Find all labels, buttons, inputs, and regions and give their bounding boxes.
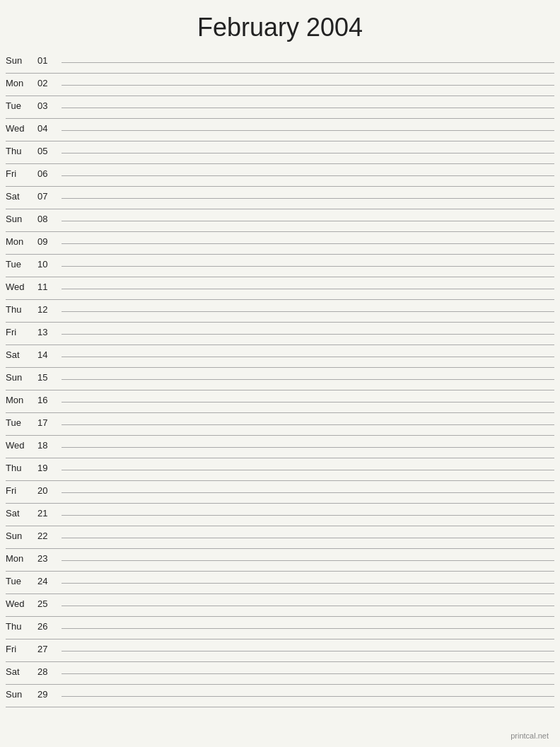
day-number: 12 bbox=[37, 303, 59, 315]
day-line bbox=[62, 221, 554, 221]
day-name: Wed bbox=[6, 439, 37, 451]
day-name: Thu bbox=[6, 461, 37, 473]
day-number: 23 bbox=[37, 552, 59, 564]
day-name: Tue bbox=[6, 257, 37, 270]
day-row: Tue17 bbox=[6, 413, 554, 436]
day-number: 24 bbox=[37, 574, 59, 586]
day-row: Sat21 bbox=[6, 504, 554, 526]
day-line bbox=[62, 266, 554, 267]
day-line bbox=[62, 696, 554, 697]
page-title: February 2004 bbox=[0, 0, 560, 51]
day-row: Mon16 bbox=[6, 390, 554, 413]
day-line bbox=[62, 130, 554, 131]
day-name: Mon bbox=[6, 552, 37, 564]
footer-url: printcal.net bbox=[511, 731, 549, 740]
day-number: 02 bbox=[37, 76, 59, 88]
day-row: Mon23 bbox=[6, 549, 554, 572]
day-row: Sun22 bbox=[6, 526, 554, 549]
day-number: 09 bbox=[37, 235, 59, 247]
day-name: Thu bbox=[6, 620, 37, 632]
day-line bbox=[62, 673, 554, 674]
day-number: 16 bbox=[37, 393, 59, 405]
day-row: Sun01 bbox=[6, 51, 554, 74]
day-name: Wed bbox=[6, 122, 37, 134]
day-number: 05 bbox=[37, 144, 59, 156]
day-name: Fri bbox=[6, 642, 37, 654]
day-line bbox=[62, 198, 554, 199]
day-row: Wed25 bbox=[6, 594, 554, 617]
day-row: Wed18 bbox=[6, 436, 554, 458]
day-line bbox=[62, 311, 554, 312]
day-line bbox=[62, 606, 554, 606]
day-line bbox=[62, 651, 554, 652]
day-line bbox=[62, 334, 554, 335]
day-number: 21 bbox=[37, 506, 59, 519]
day-name: Sun bbox=[6, 54, 37, 66]
day-name: Sat bbox=[6, 665, 37, 677]
day-line bbox=[62, 583, 554, 584]
day-number: 13 bbox=[37, 325, 59, 337]
day-line bbox=[62, 243, 554, 244]
day-line bbox=[62, 379, 554, 380]
day-name: Sat bbox=[6, 190, 37, 202]
day-name: Sun bbox=[6, 371, 37, 383]
day-number: 29 bbox=[37, 688, 59, 700]
day-name: Mon bbox=[6, 235, 37, 247]
day-number: 15 bbox=[37, 371, 59, 383]
day-line bbox=[62, 108, 554, 108]
day-row: Mon09 bbox=[6, 232, 554, 255]
day-name: Wed bbox=[6, 597, 37, 609]
day-row: Thu12 bbox=[6, 300, 554, 323]
day-name: Thu bbox=[6, 303, 37, 315]
day-number: 11 bbox=[37, 280, 59, 292]
day-row: Fri20 bbox=[6, 481, 554, 504]
day-line bbox=[62, 289, 554, 289]
day-row: Thu05 bbox=[6, 141, 554, 164]
day-number: 27 bbox=[37, 642, 59, 654]
day-number: 18 bbox=[37, 439, 59, 451]
day-number: 06 bbox=[37, 167, 59, 179]
day-line bbox=[62, 85, 554, 86]
day-line bbox=[62, 424, 554, 425]
day-name: Tue bbox=[6, 416, 37, 428]
day-row: Thu26 bbox=[6, 617, 554, 639]
day-name: Mon bbox=[6, 393, 37, 405]
day-name: Sat bbox=[6, 348, 37, 360]
day-row: Fri27 bbox=[6, 639, 554, 662]
day-row: Wed04 bbox=[6, 119, 554, 141]
day-row: Sun29 bbox=[6, 685, 554, 707]
day-line bbox=[62, 515, 554, 516]
day-line bbox=[62, 447, 554, 448]
day-number: 08 bbox=[37, 212, 59, 224]
day-name: Fri bbox=[6, 325, 37, 337]
day-row: Mon02 bbox=[6, 74, 554, 96]
day-number: 14 bbox=[37, 348, 59, 360]
day-number: 03 bbox=[37, 99, 59, 111]
day-name: Fri bbox=[6, 167, 37, 179]
day-row: Sat28 bbox=[6, 662, 554, 685]
day-number: 28 bbox=[37, 665, 59, 677]
day-name: Wed bbox=[6, 280, 37, 292]
day-row: Sun08 bbox=[6, 209, 554, 232]
day-name: Tue bbox=[6, 99, 37, 111]
day-line bbox=[62, 62, 554, 63]
day-number: 26 bbox=[37, 620, 59, 632]
day-name: Sun bbox=[6, 529, 37, 541]
day-row: Tue03 bbox=[6, 96, 554, 119]
day-line bbox=[62, 470, 554, 470]
day-number: 17 bbox=[37, 416, 59, 428]
day-number: 19 bbox=[37, 461, 59, 473]
day-name: Mon bbox=[6, 76, 37, 88]
day-line bbox=[62, 402, 554, 403]
day-line bbox=[62, 538, 554, 538]
day-name: Sun bbox=[6, 212, 37, 224]
calendar-list: Sun01Mon02Tue03Wed04Thu05Fri06Sat07Sun08… bbox=[0, 51, 560, 707]
day-row: Thu19 bbox=[6, 458, 554, 481]
day-line bbox=[62, 175, 554, 176]
day-number: 20 bbox=[37, 484, 59, 496]
day-line bbox=[62, 492, 554, 493]
day-row: Sat07 bbox=[6, 187, 554, 209]
day-line bbox=[62, 628, 554, 629]
day-row: Fri13 bbox=[6, 323, 554, 345]
day-row: Tue10 bbox=[6, 255, 554, 277]
